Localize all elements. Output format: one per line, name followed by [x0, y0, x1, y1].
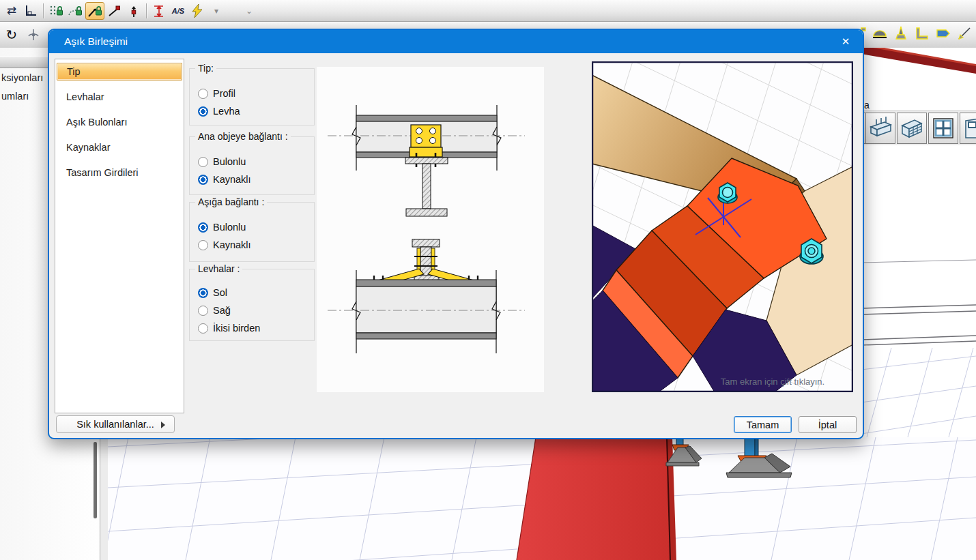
- radio-circle[interactable]: [198, 89, 208, 99]
- sidebar-item-levhalar[interactable]: Levhalar: [57, 85, 182, 109]
- vertical-scrollbar[interactable]: [94, 442, 97, 518]
- radio-bulonlu-ana[interactable]: Bulonlu: [198, 155, 246, 168]
- close-icon[interactable]: ✕: [835, 33, 856, 50]
- snap-perpendicular-icon[interactable]: [125, 3, 143, 19]
- radio-circle[interactable]: [198, 288, 208, 298]
- group-label: Ana objeye bağlantı :: [195, 131, 291, 142]
- label-tag-icon[interactable]: [935, 25, 951, 42]
- group-label: Aşığa bağlantı :: [195, 196, 267, 207]
- radio-sol[interactable]: Sol: [198, 286, 227, 299]
- sidebar-item-asik-bulonlari[interactable]: Aşık Bulonları: [57, 110, 182, 134]
- radio-kaynakli-asik[interactable]: Kaynaklı: [198, 238, 251, 252]
- ortho-corner-icon[interactable]: [22, 3, 40, 19]
- lock-grid-icon[interactable]: [47, 3, 65, 19]
- radio-profil[interactable]: Profil: [198, 87, 235, 100]
- radio-circle[interactable]: [198, 175, 208, 185]
- clipped-panel-text: ksiyonları: [1, 72, 43, 83]
- model-3d-scene: [108, 437, 976, 560]
- dialog-body: Tip Levhalar Aşık Bulonları Kaynaklar Ta…: [49, 53, 863, 438]
- red-ramp[interactable]: [517, 437, 670, 560]
- group-levhalar: Levhalar : Sol Sağ İkisi birden: [189, 269, 315, 341]
- alpha-scale-icon[interactable]: A/S: [169, 3, 187, 19]
- spire-icon[interactable]: [893, 25, 909, 42]
- ok-button[interactable]: Tamam: [734, 416, 792, 433]
- right-side-area: a: [861, 48, 976, 437]
- model-3d-viewport[interactable]: [108, 437, 976, 560]
- lock-move-icon[interactable]: [85, 2, 104, 20]
- dome-icon[interactable]: [872, 25, 888, 42]
- object-toolbar: [861, 110, 976, 145]
- favorites-button[interactable]: Sık kullanılanlar...: [56, 415, 175, 433]
- snap-endpoint-icon[interactable]: [106, 3, 124, 19]
- radio-circle[interactable]: [198, 323, 208, 334]
- group-ana-objeye-baglanti: Ana objeye bağlantı : Bulonlu Kaynaklı: [189, 136, 315, 195]
- connection-diagram: [317, 67, 544, 392]
- radio-ikisi-birden[interactable]: İkisi birden: [198, 321, 260, 335]
- radio-kaynakli-ana[interactable]: Kaynaklı: [198, 173, 251, 186]
- preview-hint-text: Tam ekran için çift tıklayın.: [721, 377, 824, 387]
- offset-arrows-icon[interactable]: ⇄: [3, 3, 20, 19]
- group-tip: Tip: Profil Levha: [189, 68, 315, 126]
- radio-circle[interactable]: [198, 157, 208, 167]
- toolbar-separator: [146, 3, 147, 18]
- dropdown-icon[interactable]: ▾: [207, 3, 225, 19]
- radio-levha[interactable]: Levha: [198, 104, 240, 118]
- draw-line-icon[interactable]: [956, 25, 973, 42]
- brick-wall-button[interactable]: [897, 113, 927, 144]
- window-button[interactable]: [928, 113, 958, 144]
- chevron-right-icon: [161, 422, 165, 428]
- quick-run-icon[interactable]: [188, 3, 206, 19]
- model-3d-background: [861, 48, 976, 437]
- toolbar-row-1: ⇄ A/S: [0, 0, 976, 22]
- dialog-title: Aşık Birleşimi: [64, 35, 128, 48]
- dialog-sidebar: Tip Levhalar Aşık Bulonları Kaynaklar Ta…: [55, 59, 184, 413]
- radio-circle[interactable]: [198, 106, 208, 117]
- toolbar-separator: [43, 3, 44, 18]
- radio-sag[interactable]: Sağ: [198, 304, 231, 317]
- beam-button[interactable]: [865, 113, 895, 144]
- radio-bulonlu-asik[interactable]: Bulonlu: [198, 220, 246, 234]
- cancel-button[interactable]: İptal: [799, 416, 857, 433]
- radio-circle[interactable]: [198, 306, 208, 316]
- application-window: ⇄ A/S: [0, 0, 976, 560]
- asik-birlesimi-dialog: Aşık Birleşimi ✕ Tip Levhalar Aşık Bulon…: [48, 29, 864, 439]
- door-button[interactable]: [960, 113, 976, 144]
- radio-circle[interactable]: [198, 222, 208, 233]
- clipped-label: a: [864, 100, 870, 110]
- toolbar-row-2-right: [850, 25, 973, 42]
- dimension-icon[interactable]: [150, 3, 168, 19]
- group-asiga-baglanti: Aşığa bağlantı : Bulonlu Kaynaklı: [189, 202, 315, 262]
- sidebar-item-kaynaklar[interactable]: Kaynaklar: [57, 135, 182, 160]
- radio-circle[interactable]: [198, 240, 208, 250]
- rotate-icon[interactable]: ↻: [3, 27, 20, 43]
- angle-profile-icon[interactable]: [914, 25, 930, 42]
- overflow-icon[interactable]: ⌄: [240, 3, 258, 19]
- lock-polyline-icon[interactable]: [66, 3, 84, 19]
- sidebar-item-tip[interactable]: Tip: [57, 63, 182, 80]
- dialog-titlebar[interactable]: Aşık Birleşimi ✕: [49, 30, 863, 53]
- clipped-panel-text: umları: [1, 91, 29, 102]
- group-label: Levhalar :: [195, 263, 242, 274]
- panel-header-bar: [0, 56, 49, 68]
- sidebar-item-tasarim-girdileri[interactable]: Tasarım Girdileri: [57, 160, 182, 185]
- group-label: Tip:: [195, 63, 216, 74]
- center-snap-icon[interactable]: [25, 27, 42, 43]
- connection-3d-preview[interactable]: Tam ekran için çift tıklayın.: [592, 61, 853, 392]
